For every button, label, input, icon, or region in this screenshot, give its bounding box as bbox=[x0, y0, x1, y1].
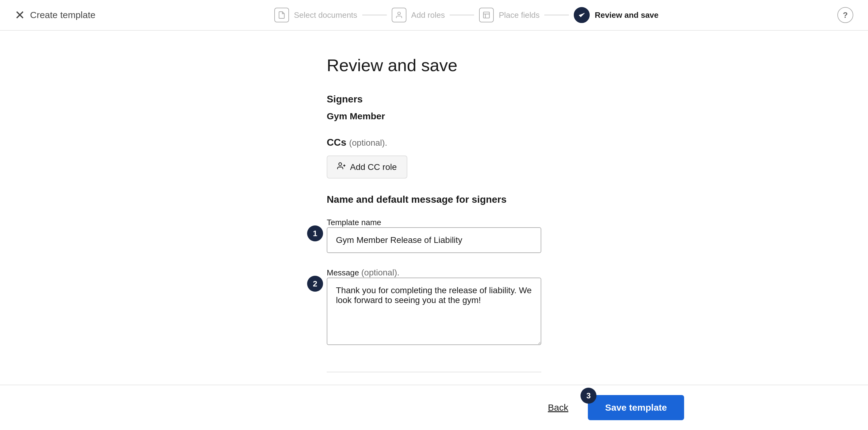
stepper: Select documents Add roles bbox=[274, 7, 659, 23]
step-badge-2: 2 bbox=[307, 276, 323, 292]
step-badge-1: 1 bbox=[307, 225, 323, 241]
close-button[interactable]: ✕ Create template bbox=[15, 8, 95, 22]
add-person-icon bbox=[337, 162, 346, 172]
person-icon bbox=[392, 8, 406, 22]
header: ✕ Create template Select documents bbox=[0, 0, 868, 31]
add-cc-role-button[interactable]: Add CC role bbox=[327, 155, 407, 178]
step-place-fields: Place fields bbox=[479, 8, 539, 22]
check-circle-icon bbox=[574, 7, 590, 23]
signers-section: Signers Gym Member bbox=[327, 93, 541, 121]
step-place-fields-label: Place fields bbox=[499, 10, 539, 20]
svg-point-4 bbox=[339, 163, 341, 166]
step-review-and-save-label: Review and save bbox=[595, 10, 658, 20]
svg-point-0 bbox=[398, 12, 400, 15]
step-separator-2 bbox=[450, 15, 474, 15]
message-label: Message (optional). bbox=[327, 268, 399, 277]
step-separator-3 bbox=[544, 15, 569, 15]
cc-title: CCs (optional). bbox=[327, 137, 541, 148]
fields-icon bbox=[479, 8, 494, 22]
add-cc-role-label: Add CC role bbox=[350, 162, 397, 172]
svg-rect-1 bbox=[484, 12, 490, 18]
footer: Back 3 Save template bbox=[0, 384, 868, 430]
header-right: ? bbox=[837, 7, 853, 23]
template-name-label: Template name bbox=[327, 218, 381, 227]
signer-name: Gym Member bbox=[327, 111, 541, 121]
save-template-button[interactable]: 3 Save template bbox=[588, 395, 684, 420]
signers-title: Signers bbox=[327, 93, 541, 105]
close-icon: ✕ bbox=[15, 8, 25, 22]
help-icon: ? bbox=[843, 10, 848, 20]
cc-section: CCs (optional). Add CC role bbox=[327, 137, 541, 178]
step-badge-3: 3 bbox=[581, 388, 596, 404]
help-button[interactable]: ? bbox=[837, 7, 853, 23]
step-select-documents-label: Select documents bbox=[294, 10, 358, 20]
document-icon bbox=[274, 8, 289, 22]
step-select-documents: Select documents bbox=[274, 8, 358, 22]
footer-divider bbox=[327, 372, 541, 372]
page-title: Review and save bbox=[327, 55, 541, 75]
step-review-and-save: Review and save bbox=[574, 7, 658, 23]
template-name-input[interactable] bbox=[327, 227, 541, 253]
header-left: ✕ Create template bbox=[15, 8, 95, 22]
message-optional-label: (optional). bbox=[361, 268, 400, 277]
main-content: Review and save Signers Gym Member CCs (… bbox=[143, 31, 725, 372]
name-message-title: Name and default message for signers bbox=[327, 194, 541, 205]
back-button[interactable]: Back bbox=[538, 396, 578, 419]
message-group: 2 Message (optional). bbox=[327, 268, 541, 347]
step-add-roles-label: Add roles bbox=[411, 10, 445, 20]
create-template-label: Create template bbox=[30, 10, 95, 20]
message-textarea[interactable] bbox=[327, 278, 541, 345]
name-message-section: Name and default message for signers 1 T… bbox=[327, 194, 541, 347]
cc-optional-label: (optional). bbox=[349, 138, 388, 147]
template-name-group: 1 Template name bbox=[327, 218, 541, 253]
step-separator-1 bbox=[362, 15, 387, 15]
step-add-roles: Add roles bbox=[392, 8, 445, 22]
save-template-label: Save template bbox=[605, 402, 667, 412]
